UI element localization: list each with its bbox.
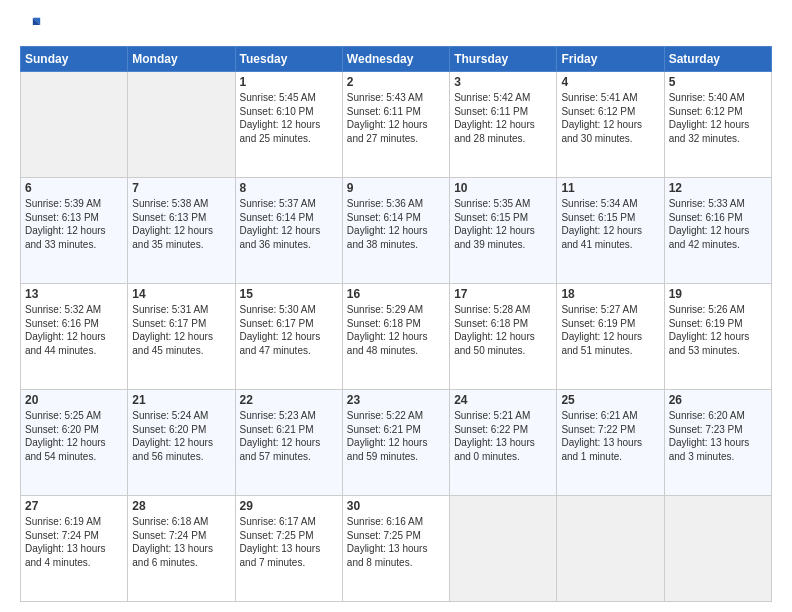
calendar-header-row: SundayMondayTuesdayWednesdayThursdayFrid…: [21, 47, 772, 72]
day-info: Sunrise: 5:29 AM Sunset: 6:18 PM Dayligh…: [347, 303, 445, 357]
calendar-cell: 27Sunrise: 6:19 AM Sunset: 7:24 PM Dayli…: [21, 496, 128, 602]
calendar-cell: [450, 496, 557, 602]
day-number: 23: [347, 393, 445, 407]
day-info: Sunrise: 5:28 AM Sunset: 6:18 PM Dayligh…: [454, 303, 552, 357]
day-info: Sunrise: 5:40 AM Sunset: 6:12 PM Dayligh…: [669, 91, 767, 145]
calendar-cell: 16Sunrise: 5:29 AM Sunset: 6:18 PM Dayli…: [342, 284, 449, 390]
calendar-cell: 1Sunrise: 5:45 AM Sunset: 6:10 PM Daylig…: [235, 72, 342, 178]
calendar-cell: 15Sunrise: 5:30 AM Sunset: 6:17 PM Dayli…: [235, 284, 342, 390]
day-info: Sunrise: 5:23 AM Sunset: 6:21 PM Dayligh…: [240, 409, 338, 463]
day-number: 17: [454, 287, 552, 301]
day-info: Sunrise: 5:22 AM Sunset: 6:21 PM Dayligh…: [347, 409, 445, 463]
weekday-header-tuesday: Tuesday: [235, 47, 342, 72]
day-info: Sunrise: 6:16 AM Sunset: 7:25 PM Dayligh…: [347, 515, 445, 569]
day-info: Sunrise: 5:32 AM Sunset: 6:16 PM Dayligh…: [25, 303, 123, 357]
day-number: 21: [132, 393, 230, 407]
day-number: 14: [132, 287, 230, 301]
day-info: Sunrise: 6:19 AM Sunset: 7:24 PM Dayligh…: [25, 515, 123, 569]
day-number: 19: [669, 287, 767, 301]
calendar-cell: 3Sunrise: 5:42 AM Sunset: 6:11 PM Daylig…: [450, 72, 557, 178]
page: SundayMondayTuesdayWednesdayThursdayFrid…: [0, 0, 792, 612]
calendar-cell: 14Sunrise: 5:31 AM Sunset: 6:17 PM Dayli…: [128, 284, 235, 390]
calendar-cell: 22Sunrise: 5:23 AM Sunset: 6:21 PM Dayli…: [235, 390, 342, 496]
day-number: 8: [240, 181, 338, 195]
day-number: 24: [454, 393, 552, 407]
logo-icon: [20, 14, 42, 36]
day-info: Sunrise: 5:42 AM Sunset: 6:11 PM Dayligh…: [454, 91, 552, 145]
calendar-cell: 11Sunrise: 5:34 AM Sunset: 6:15 PM Dayli…: [557, 178, 664, 284]
weekday-header-thursday: Thursday: [450, 47, 557, 72]
calendar-cell: 12Sunrise: 5:33 AM Sunset: 6:16 PM Dayli…: [664, 178, 771, 284]
calendar-cell: 28Sunrise: 6:18 AM Sunset: 7:24 PM Dayli…: [128, 496, 235, 602]
calendar-table: SundayMondayTuesdayWednesdayThursdayFrid…: [20, 46, 772, 602]
day-number: 29: [240, 499, 338, 513]
day-info: Sunrise: 5:33 AM Sunset: 6:16 PM Dayligh…: [669, 197, 767, 251]
calendar-cell: 13Sunrise: 5:32 AM Sunset: 6:16 PM Dayli…: [21, 284, 128, 390]
day-number: 30: [347, 499, 445, 513]
day-number: 16: [347, 287, 445, 301]
calendar-cell: 9Sunrise: 5:36 AM Sunset: 6:14 PM Daylig…: [342, 178, 449, 284]
calendar-cell: 4Sunrise: 5:41 AM Sunset: 6:12 PM Daylig…: [557, 72, 664, 178]
weekday-header-friday: Friday: [557, 47, 664, 72]
calendar-cell: 17Sunrise: 5:28 AM Sunset: 6:18 PM Dayli…: [450, 284, 557, 390]
day-number: 12: [669, 181, 767, 195]
day-info: Sunrise: 5:43 AM Sunset: 6:11 PM Dayligh…: [347, 91, 445, 145]
weekday-header-wednesday: Wednesday: [342, 47, 449, 72]
day-info: Sunrise: 6:17 AM Sunset: 7:25 PM Dayligh…: [240, 515, 338, 569]
day-info: Sunrise: 5:21 AM Sunset: 6:22 PM Dayligh…: [454, 409, 552, 463]
calendar-cell: 30Sunrise: 6:16 AM Sunset: 7:25 PM Dayli…: [342, 496, 449, 602]
day-info: Sunrise: 5:35 AM Sunset: 6:15 PM Dayligh…: [454, 197, 552, 251]
calendar-week-row: 27Sunrise: 6:19 AM Sunset: 7:24 PM Dayli…: [21, 496, 772, 602]
calendar-cell: 29Sunrise: 6:17 AM Sunset: 7:25 PM Dayli…: [235, 496, 342, 602]
day-number: 28: [132, 499, 230, 513]
calendar-cell: [128, 72, 235, 178]
day-info: Sunrise: 5:30 AM Sunset: 6:17 PM Dayligh…: [240, 303, 338, 357]
day-number: 18: [561, 287, 659, 301]
day-info: Sunrise: 5:41 AM Sunset: 6:12 PM Dayligh…: [561, 91, 659, 145]
day-info: Sunrise: 6:21 AM Sunset: 7:22 PM Dayligh…: [561, 409, 659, 463]
day-info: Sunrise: 6:18 AM Sunset: 7:24 PM Dayligh…: [132, 515, 230, 569]
day-number: 15: [240, 287, 338, 301]
day-info: Sunrise: 5:24 AM Sunset: 6:20 PM Dayligh…: [132, 409, 230, 463]
calendar-cell: 25Sunrise: 6:21 AM Sunset: 7:22 PM Dayli…: [557, 390, 664, 496]
calendar-cell: 19Sunrise: 5:26 AM Sunset: 6:19 PM Dayli…: [664, 284, 771, 390]
logo: [20, 16, 44, 36]
weekday-header-saturday: Saturday: [664, 47, 771, 72]
calendar-week-row: 13Sunrise: 5:32 AM Sunset: 6:16 PM Dayli…: [21, 284, 772, 390]
day-number: 26: [669, 393, 767, 407]
calendar-cell: 24Sunrise: 5:21 AM Sunset: 6:22 PM Dayli…: [450, 390, 557, 496]
day-info: Sunrise: 5:25 AM Sunset: 6:20 PM Dayligh…: [25, 409, 123, 463]
day-number: 1: [240, 75, 338, 89]
calendar-cell: 18Sunrise: 5:27 AM Sunset: 6:19 PM Dayli…: [557, 284, 664, 390]
calendar-cell: [557, 496, 664, 602]
day-number: 13: [25, 287, 123, 301]
day-info: Sunrise: 5:37 AM Sunset: 6:14 PM Dayligh…: [240, 197, 338, 251]
calendar-week-row: 20Sunrise: 5:25 AM Sunset: 6:20 PM Dayli…: [21, 390, 772, 496]
day-number: 11: [561, 181, 659, 195]
day-info: Sunrise: 5:27 AM Sunset: 6:19 PM Dayligh…: [561, 303, 659, 357]
calendar-cell: 8Sunrise: 5:37 AM Sunset: 6:14 PM Daylig…: [235, 178, 342, 284]
day-info: Sunrise: 5:36 AM Sunset: 6:14 PM Dayligh…: [347, 197, 445, 251]
header: [20, 16, 772, 36]
day-info: Sunrise: 6:20 AM Sunset: 7:23 PM Dayligh…: [669, 409, 767, 463]
day-number: 27: [25, 499, 123, 513]
day-info: Sunrise: 5:31 AM Sunset: 6:17 PM Dayligh…: [132, 303, 230, 357]
day-number: 20: [25, 393, 123, 407]
calendar-cell: 2Sunrise: 5:43 AM Sunset: 6:11 PM Daylig…: [342, 72, 449, 178]
calendar-cell: [21, 72, 128, 178]
day-number: 9: [347, 181, 445, 195]
day-number: 22: [240, 393, 338, 407]
calendar-cell: 6Sunrise: 5:39 AM Sunset: 6:13 PM Daylig…: [21, 178, 128, 284]
day-number: 2: [347, 75, 445, 89]
day-info: Sunrise: 5:39 AM Sunset: 6:13 PM Dayligh…: [25, 197, 123, 251]
day-number: 10: [454, 181, 552, 195]
calendar-week-row: 1Sunrise: 5:45 AM Sunset: 6:10 PM Daylig…: [21, 72, 772, 178]
day-number: 6: [25, 181, 123, 195]
day-info: Sunrise: 5:34 AM Sunset: 6:15 PM Dayligh…: [561, 197, 659, 251]
day-number: 5: [669, 75, 767, 89]
calendar-week-row: 6Sunrise: 5:39 AM Sunset: 6:13 PM Daylig…: [21, 178, 772, 284]
day-info: Sunrise: 5:26 AM Sunset: 6:19 PM Dayligh…: [669, 303, 767, 357]
day-number: 4: [561, 75, 659, 89]
calendar-cell: [664, 496, 771, 602]
calendar-cell: 5Sunrise: 5:40 AM Sunset: 6:12 PM Daylig…: [664, 72, 771, 178]
